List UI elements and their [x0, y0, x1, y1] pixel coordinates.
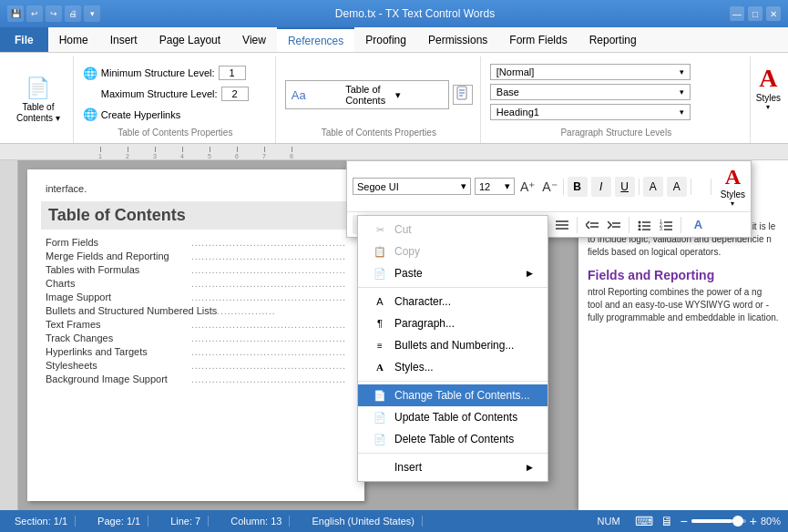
print-icon[interactable]: 🖨: [65, 5, 81, 22]
more-button[interactable]: A: [689, 216, 707, 234]
reporting-menu[interactable]: Reporting: [578, 27, 648, 52]
change-toc-menu-item[interactable]: 📄 Change Table of Contents...: [358, 384, 548, 406]
font-size-dropdown[interactable]: 12 ▾: [475, 178, 515, 195]
toolbar-row1: Segoe UI ▾ 12 ▾ A⁺ A⁻ B I U A A A Styles…: [347, 161, 751, 212]
toc-entry-text-5: Bullets and Structured Numbered Lists: [46, 305, 217, 316]
heading1-style-dropdown[interactable]: Heading1 ▾: [490, 104, 691, 120]
toc-entry-text-10: Background Image Support: [46, 373, 191, 384]
copy-menu-item[interactable]: 📋 Copy: [358, 240, 548, 262]
create-hyperlinks-label: Create Hyperlinks: [101, 109, 180, 120]
minimize-button[interactable]: —: [730, 6, 744, 21]
zoom-slider-thumb: [732, 516, 743, 527]
separator1: [563, 179, 564, 195]
maximize-button[interactable]: □: [748, 6, 762, 21]
insert-menu[interactable]: Insert: [99, 27, 148, 52]
zoom-in-button[interactable]: +: [750, 514, 757, 528]
paragraph-menu-item[interactable]: ¶ Paragraph...: [358, 312, 548, 334]
separator3: [358, 453, 548, 454]
proofing-menu[interactable]: Proofing: [354, 27, 417, 52]
ruler-mark-2: 2: [114, 147, 141, 159]
max-structure-input[interactable]: [221, 87, 249, 101]
paste-menu-item[interactable]: 📄 Paste ▶: [358, 262, 548, 284]
file-menu[interactable]: File: [0, 27, 48, 52]
numbering-button[interactable]: 1.2.3.: [657, 216, 675, 234]
font-shrink-button[interactable]: A⁻: [540, 178, 558, 196]
update-toc-icon: 📄: [373, 412, 387, 424]
close-button[interactable]: ✕: [766, 6, 781, 21]
references-menu[interactable]: References: [277, 27, 354, 52]
insert-menu-item[interactable]: Insert ▶: [358, 456, 548, 478]
paste-label: Paste: [394, 267, 423, 280]
toc-name-dropdown: Aa Table of Contents ▾: [285, 80, 449, 109]
toc-dots-3: ........................................…: [191, 279, 346, 289]
zoom-level: 80%: [761, 516, 781, 527]
ruler-mark-3: 3: [141, 147, 169, 159]
create-hyperlinks-row: 🌐 Create Hyperlinks: [83, 107, 268, 121]
toc-dots-8: ........................................…: [191, 347, 346, 357]
home-menu[interactable]: Home: [48, 27, 99, 52]
styles-menu-item[interactable]: A Styles...: [358, 356, 548, 378]
dropdown-icon[interactable]: ▾: [84, 5, 100, 22]
underline-button[interactable]: U: [615, 177, 635, 197]
status-right: NUM ⌨ 🖥 − + 80%: [590, 514, 781, 528]
keyboard-icon: ⌨: [635, 514, 653, 528]
indent-dec-button[interactable]: [583, 216, 601, 234]
character-label: Character...: [394, 295, 451, 308]
update-toc-label: Update Table of Contents: [394, 411, 517, 424]
highlight-button[interactable]: A: [643, 177, 663, 197]
form-fields-menu[interactable]: Form Fields: [498, 27, 578, 52]
justify-button[interactable]: [553, 216, 571, 234]
zoom-slider[interactable]: [691, 519, 746, 523]
min-structure-input[interactable]: [219, 66, 246, 80]
toc-name-arrow: ▾: [395, 89, 442, 101]
page-layout-menu[interactable]: Page Layout: [148, 27, 231, 52]
delete-toc-menu-item[interactable]: 📄 Delete Table of Contents: [358, 428, 548, 450]
styles-label: Styles: [721, 189, 745, 200]
base-style-dropdown[interactable]: Base ▾: [490, 84, 691, 100]
save-icon[interactable]: 💾: [7, 5, 24, 22]
update-toc-menu-item[interactable]: 📄 Update Table of Contents: [358, 406, 548, 428]
cut-menu-item[interactable]: ✂ Cut: [358, 219, 548, 240]
toc-insert-button[interactable]: [453, 85, 473, 105]
insert-icon: [455, 86, 470, 104]
font-color-button[interactable]: A: [667, 177, 687, 197]
section-status: Section: 1/1: [7, 516, 76, 527]
zoom-control[interactable]: − + 80%: [681, 514, 781, 528]
toc-entry-6: Text Frames ............................…: [46, 319, 346, 330]
change-toc-icon: 📄: [373, 390, 387, 402]
table-of-contents-button[interactable]: 📄 Table ofContents ▾: [11, 73, 66, 128]
bullets-numbering-label: Bullets and Numbering...: [394, 339, 514, 352]
language-status: English (United States): [304, 516, 423, 527]
bullets-button[interactable]: [635, 216, 653, 234]
toc-entry-9: Stylesheets ............................…: [46, 360, 346, 371]
italic-button[interactable]: I: [591, 177, 611, 197]
toc-dots-5: .................: [217, 306, 346, 316]
main-area: interface. Table of Contents Form Fields…: [0, 160, 788, 510]
toc-name-icon: Aa: [292, 88, 338, 102]
status-bar: Section: 1/1 Page: 1/1 Line: 7 Column: 1…: [0, 510, 788, 532]
document-page[interactable]: interface. Table of Contents Form Fields…: [27, 169, 364, 501]
styles-big-icon: A: [759, 64, 777, 93]
paste-arrow-icon: ▶: [527, 269, 533, 278]
styles-arrow-icon: ▾: [766, 103, 770, 111]
ruler-mark-5: 5: [196, 147, 223, 159]
normal-style-dropdown[interactable]: [Normal] ▾: [490, 64, 691, 80]
size-dropdown-arrow: ▾: [505, 180, 510, 192]
permissions-menu[interactable]: Permissions: [417, 27, 498, 52]
styles-button[interactable]: A Styles ▾: [721, 165, 745, 208]
font-name-dropdown[interactable]: Segoe UI ▾: [353, 178, 471, 195]
bullets-numbering-menu-item[interactable]: ≡ Bullets and Numbering...: [358, 334, 548, 356]
redo-icon[interactable]: ↪: [46, 5, 62, 22]
view-menu[interactable]: View: [231, 27, 277, 52]
styles-panel-button[interactable]: A Styles ▾: [756, 64, 781, 111]
cut-label: Cut: [394, 223, 412, 236]
toc-name-field[interactable]: Aa Table of Contents ▾: [285, 80, 449, 109]
toc-entry-text-8: Hyperlinks and Targets: [46, 346, 191, 357]
bold-button[interactable]: B: [568, 177, 588, 197]
font-grow-button[interactable]: A⁺: [518, 178, 537, 196]
character-menu-item[interactable]: A Character...: [358, 291, 548, 312]
paragraph-icon: ¶: [373, 318, 387, 329]
indent-inc-button[interactable]: [605, 216, 623, 234]
zoom-out-button[interactable]: −: [681, 514, 688, 528]
undo-icon[interactable]: ↩: [26, 5, 43, 22]
